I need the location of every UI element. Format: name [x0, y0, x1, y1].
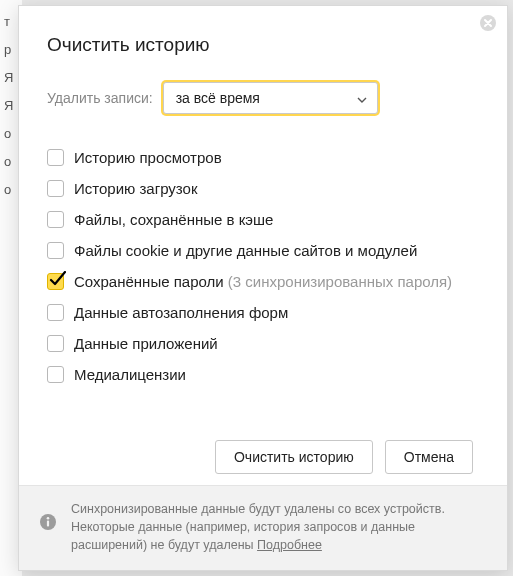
option-label: Историю просмотров: [74, 149, 222, 166]
checkbox-cache[interactable]: [47, 211, 64, 228]
clear-button[interactable]: Очистить историю: [215, 440, 373, 474]
option-passwords[interactable]: Сохранённые пароли (3 синхронизированных…: [47, 266, 479, 297]
chevron-down-icon: [357, 83, 367, 113]
option-cookies[interactable]: Файлы cookie и другие данные сайтов и мо…: [47, 235, 479, 266]
dialog-footer: Очистить историю Отмена: [19, 429, 495, 485]
option-label: Медиалицензии: [74, 366, 186, 383]
option-label: Данные автозаполнения форм: [74, 304, 288, 321]
checkbox-passwords[interactable]: [47, 273, 64, 290]
cancel-button[interactable]: Отмена: [385, 440, 473, 474]
close-icon[interactable]: [479, 14, 497, 32]
checkbox-cookies[interactable]: [47, 242, 64, 259]
checkbox-apps[interactable]: [47, 335, 64, 352]
checkbox-autofill[interactable]: [47, 304, 64, 321]
option-label: Сохранённые пароли (3 синхронизированных…: [74, 273, 452, 290]
time-range-label: Удалить записи:: [47, 90, 153, 106]
option-label: Файлы cookie и другие данные сайтов и мо…: [74, 242, 417, 259]
option-media[interactable]: Медиалицензии: [47, 359, 479, 390]
checkbox-downloads[interactable]: [47, 180, 64, 197]
svg-rect-3: [47, 520, 49, 526]
time-range-value: за всё время: [176, 90, 260, 106]
info-icon: [39, 513, 57, 531]
option-apps[interactable]: Данные приложений: [47, 328, 479, 359]
option-downloads[interactable]: Историю загрузок: [47, 173, 479, 204]
clear-history-dialog: Очистить историю Удалить записи: за всё …: [18, 5, 508, 571]
svg-point-2: [47, 517, 50, 520]
info-bar: Синхронизированные данные будут удалены …: [19, 485, 507, 570]
info-more-link[interactable]: Подробнее: [257, 538, 322, 552]
dialog-body: Удалить записи: за всё время Историю про…: [19, 68, 507, 425]
option-label: Данные приложений: [74, 335, 218, 352]
option-label: Файлы, сохранённые в кэше: [74, 211, 273, 228]
time-range-row: Удалить записи: за всё время: [47, 76, 479, 136]
option-suffix: (3 синхронизированных пароля): [224, 273, 452, 290]
option-label: Историю загрузок: [74, 180, 197, 197]
checkbox-history[interactable]: [47, 149, 64, 166]
option-cache[interactable]: Файлы, сохранённые в кэше: [47, 204, 479, 235]
options-list: Историю просмотровИсторию загрузокФайлы,…: [47, 136, 479, 390]
time-range-select[interactable]: за всё время: [163, 82, 378, 114]
checkbox-media[interactable]: [47, 366, 64, 383]
dialog-title: Очистить историю: [19, 6, 507, 56]
option-autofill[interactable]: Данные автозаполнения форм: [47, 297, 479, 328]
option-history[interactable]: Историю просмотров: [47, 142, 479, 173]
